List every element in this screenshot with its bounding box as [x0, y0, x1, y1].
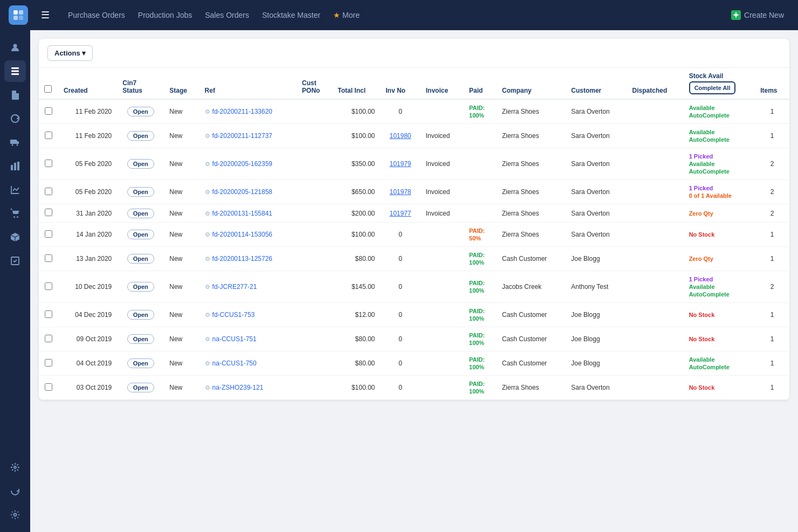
nav-purchase-orders[interactable]: Purchase Orders [63, 8, 130, 23]
sidebar-item-sync[interactable] [4, 108, 26, 129]
status-badge[interactable]: Open [127, 209, 154, 218]
status-badge[interactable]: Open [127, 131, 154, 141]
row-checkbox[interactable] [45, 132, 52, 139]
select-all-checkbox[interactable] [44, 85, 52, 93]
sidebar-item-users[interactable] [4, 37, 26, 58]
nav-stocktake-master[interactable]: Stocktake Master [257, 8, 326, 23]
sidebar-item-production[interactable] [4, 155, 26, 177]
inv-no-link[interactable]: 101978 [389, 188, 411, 196]
gear-icon[interactable]: ⚙ [205, 360, 210, 367]
gear-icon[interactable]: ⚙ [205, 189, 210, 195]
gear-icon[interactable]: ⚙ [205, 255, 210, 262]
svg-point-15 [17, 216, 18, 218]
sidebar-item-cart[interactable] [4, 203, 26, 224]
row-inv-no: 0 [380, 376, 420, 400]
sidebar-item-documents[interactable] [4, 84, 26, 106]
create-new-button[interactable]: ✚ Create New [726, 7, 789, 23]
row-paid: PAID:100% [464, 351, 497, 376]
row-invoice: Invoiced [421, 124, 464, 148]
row-checkbox[interactable] [45, 282, 52, 290]
sidebar-item-shipping[interactable] [4, 132, 26, 153]
row-checkbox[interactable] [45, 335, 52, 342]
ref-link[interactable]: fd-20200211-112737 [212, 132, 272, 140]
gear-icon[interactable]: ⚙ [205, 108, 210, 115]
row-items: 1 [755, 303, 789, 327]
row-dispatched [627, 271, 684, 303]
row-total-incl: $100.00 [332, 223, 380, 247]
ref-link[interactable]: fd-20200113-125726 [212, 255, 272, 262]
svg-rect-0 [13, 10, 18, 15]
row-checkbox[interactable] [45, 230, 52, 238]
sidebar-item-orders[interactable] [4, 60, 26, 82]
row-customer: Joe Blogg [566, 327, 627, 351]
nav-production-jobs[interactable]: Production Jobs [133, 8, 197, 23]
ref-link[interactable]: fd-20200131-155841 [212, 210, 272, 217]
sidebar-item-settings[interactable] [4, 504, 26, 526]
inv-no-link[interactable]: 101980 [389, 132, 411, 140]
stock-status: No Stock [689, 312, 715, 318]
table-header: Created Cin7Status Stage Ref CustPONo To… [39, 68, 789, 99]
row-checkbox[interactable] [45, 107, 52, 115]
row-cin7-status: Open [117, 148, 164, 180]
row-total-incl: $200.00 [332, 204, 380, 223]
row-created: 14 Jan 2020 [58, 223, 117, 247]
status-badge[interactable]: Open [127, 159, 154, 169]
row-checkbox[interactable] [45, 254, 52, 262]
ref-link[interactable]: na-CCUS1-751 [212, 335, 257, 343]
sidebar-item-inventory[interactable] [4, 226, 26, 248]
sidebar-item-reports[interactable] [4, 179, 26, 201]
gear-icon[interactable]: ⚙ [205, 312, 210, 318]
inv-no-link[interactable]: 101979 [389, 160, 411, 168]
complete-all-button[interactable]: Complete All [689, 81, 736, 94]
ref-link[interactable]: fd-20200205-121858 [212, 188, 272, 196]
status-badge[interactable]: Open [127, 187, 154, 197]
gear-icon[interactable]: ⚙ [205, 336, 210, 342]
row-checkbox[interactable] [45, 359, 52, 367]
status-badge[interactable]: Open [127, 334, 154, 344]
svg-point-18 [14, 514, 17, 516]
row-company: Cash Customer [497, 327, 566, 351]
row-company: Zierra Shoes [497, 124, 566, 148]
paid-status: PAID:50% [469, 227, 485, 241]
hamburger-menu[interactable]: ☰ [39, 7, 52, 23]
sidebar-item-refresh[interactable] [4, 480, 26, 502]
nav-more[interactable]: ★ More [328, 8, 365, 23]
row-checkbox[interactable] [45, 160, 52, 167]
gear-icon[interactable]: ⚙ [205, 161, 210, 167]
status-badge[interactable]: Open [127, 230, 154, 239]
sidebar-item-integrations[interactable] [4, 457, 26, 478]
row-inv-no: 0 [380, 271, 420, 303]
ref-link[interactable]: na-ZSHO239-121 [212, 384, 264, 391]
status-badge[interactable]: Open [127, 254, 154, 264]
stock-status: 1 Picked [689, 153, 713, 160]
row-checkbox[interactable] [45, 310, 52, 318]
gear-icon[interactable]: ⚙ [205, 284, 210, 290]
actions-button[interactable]: Actions ▾ [47, 45, 93, 61]
row-checkbox[interactable] [45, 188, 52, 195]
ref-link[interactable]: na-CCUS1-750 [212, 360, 257, 367]
row-checkbox[interactable] [45, 209, 52, 216]
ref-link[interactable]: fd-20200211-133620 [212, 108, 272, 115]
nav-sales-orders[interactable]: Sales Orders [200, 8, 254, 23]
sidebar-item-analytics[interactable] [4, 250, 26, 272]
ref-link[interactable]: fd-20200114-153056 [212, 231, 272, 238]
ref-link[interactable]: fd-20200205-162359 [212, 160, 272, 168]
gear-icon[interactable]: ⚙ [205, 231, 210, 238]
status-badge[interactable]: Open [127, 310, 154, 320]
gear-icon[interactable]: ⚙ [205, 210, 210, 217]
row-inv-no: 0 [380, 327, 420, 351]
status-badge[interactable]: Open [127, 107, 154, 116]
row-checkbox[interactable] [45, 383, 52, 391]
status-badge[interactable]: Open [127, 282, 154, 292]
row-customer: Joe Blogg [566, 303, 627, 327]
row-customer: Joe Blogg [566, 247, 627, 271]
inv-no-link[interactable]: 101977 [389, 210, 411, 217]
row-ref: ⚙fd-20200113-125726 [200, 247, 297, 271]
gear-icon[interactable]: ⚙ [205, 384, 210, 391]
status-badge[interactable]: Open [127, 383, 154, 392]
ref-link[interactable]: fd-JCRE277-21 [212, 283, 257, 291]
gear-icon[interactable]: ⚙ [205, 133, 210, 139]
row-created: 31 Jan 2020 [58, 204, 117, 223]
ref-link[interactable]: fd-CCUS1-753 [212, 311, 255, 319]
status-badge[interactable]: Open [127, 358, 154, 368]
